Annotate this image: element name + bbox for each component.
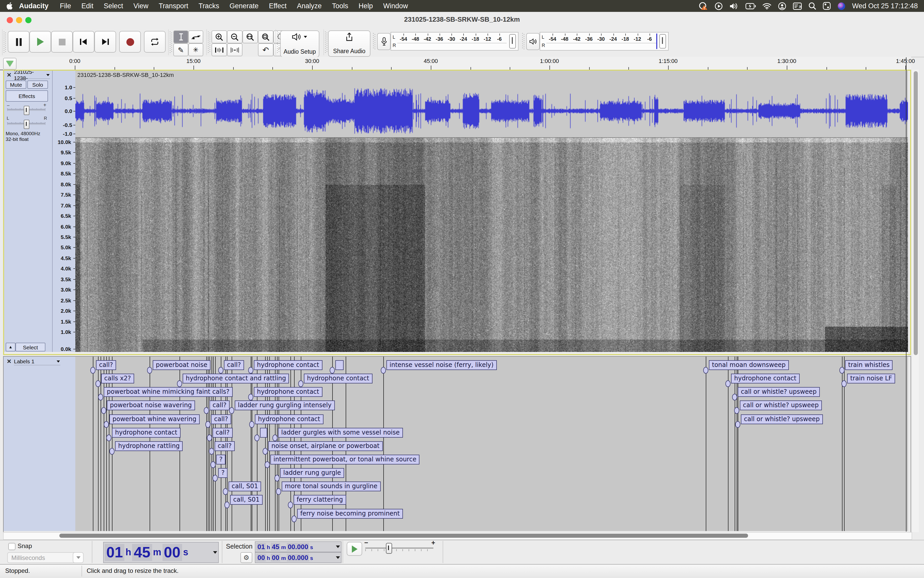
toolbar-grip[interactable] [208, 31, 211, 53]
pause-button[interactable] [8, 31, 29, 53]
label-box[interactable]: powerboat whine wavering [109, 414, 199, 424]
label-handle[interactable] [274, 475, 280, 482]
label-box[interactable]: call? [212, 428, 233, 438]
label-handle[interactable] [218, 367, 224, 373]
label-handle[interactable] [106, 435, 112, 441]
label-handle[interactable] [211, 461, 216, 468]
label-handle[interactable] [248, 394, 253, 401]
label-track-close-button[interactable]: ✕ [7, 358, 11, 365]
toolbar-grip[interactable] [3, 31, 6, 53]
window-switcher-icon[interactable]: ⌘ [793, 2, 801, 10]
label-box[interactable]: hydrophone contact and rattling [183, 373, 289, 383]
label-box[interactable]: ? [216, 455, 226, 464]
label-box[interactable] [336, 360, 344, 370]
label-box[interactable] [260, 428, 267, 438]
vertical-scrollbar-thumb[interactable] [913, 71, 918, 355]
meter-range-handle[interactable] [659, 34, 666, 49]
control-center-icon[interactable] [823, 2, 830, 10]
wifi-icon[interactable] [762, 3, 771, 9]
menu-item-tracks[interactable]: Tracks [193, 0, 224, 12]
trim-outside-selection-button[interactable] [212, 43, 227, 56]
menu-item-window[interactable]: Window [378, 0, 413, 12]
chevron-down-icon[interactable] [336, 556, 340, 559]
label-handle[interactable] [381, 367, 386, 373]
label-handle[interactable] [205, 421, 211, 428]
menu-item-view[interactable]: View [128, 0, 154, 12]
speed-slider-thumb[interactable] [386, 543, 392, 554]
zoom-selection-button[interactable] [243, 31, 258, 43]
time-format-dropdown-button[interactable] [73, 552, 84, 563]
label-box[interactable]: hydrophone contact [304, 373, 372, 383]
toolbar-grip[interactable] [522, 33, 525, 50]
skip-to-end-button[interactable] [94, 31, 116, 53]
toolbar-grip[interactable] [277, 31, 280, 53]
label-box[interactable]: noise onset, airplane or powerboat [268, 441, 383, 451]
label-handle[interactable] [298, 380, 303, 387]
menu-item-transport[interactable]: Transport [154, 0, 193, 12]
meter-range-handle[interactable] [509, 34, 516, 49]
label-handle[interactable] [177, 380, 182, 387]
selection-end-field[interactable]: 00h00m00.000s [255, 552, 342, 563]
label-box[interactable]: powerboat noise [153, 360, 211, 370]
label-box[interactable]: call or whistle? upsweep [738, 387, 820, 397]
volume-icon[interactable] [729, 2, 739, 10]
time-digit-group[interactable]: 01 [256, 543, 266, 550]
playback-meter[interactable]: LR-54-48-42-36-30-24-18-12-6 [522, 32, 669, 50]
label-box[interactable]: calls x2? [101, 373, 134, 383]
chevron-down-icon[interactable] [213, 551, 217, 554]
label-box[interactable]: hydrophone contact [112, 428, 180, 438]
label-box[interactable]: intense vessel noise (ferry, likely) [386, 360, 496, 370]
menu-item-select[interactable]: Select [99, 0, 128, 12]
timeline-options-button[interactable] [3, 58, 16, 70]
menu-item-edit[interactable]: Edit [76, 0, 99, 12]
apple-menu-icon[interactable] [0, 2, 18, 10]
play-status-icon[interactable] [714, 2, 723, 10]
audio-position-display[interactable]: 01h45m00s [103, 542, 219, 563]
selection-tool-button[interactable] [173, 31, 188, 43]
label-box[interactable]: ? [218, 468, 228, 478]
label-box[interactable]: ferry noise becoming prominent [297, 509, 403, 519]
label-stem[interactable] [706, 357, 706, 531]
snap-checkbox[interactable] [8, 543, 16, 550]
label-box[interactable]: call, S01 [230, 495, 263, 505]
label-handle[interactable] [212, 475, 218, 482]
label-handle[interactable] [263, 448, 268, 455]
draw-tool-button[interactable]: ✎ [173, 43, 188, 56]
user-account-icon[interactable] [778, 2, 786, 10]
audio-setup-button[interactable]: Audio Setup [280, 31, 319, 57]
label-handle[interactable] [207, 435, 212, 441]
label-box[interactable]: powerboat whine mimicking faint calls? [104, 387, 232, 397]
toolbar-grip[interactable] [170, 31, 172, 53]
multi-tool-button[interactable]: ✳ [188, 43, 203, 56]
label-handle[interactable] [209, 448, 214, 455]
label-box[interactable]: ladder gurgles with some vessel noise [278, 428, 403, 438]
label-box[interactable]: tonal moan downsweep [709, 360, 789, 370]
label-handle[interactable] [109, 448, 115, 455]
label-handle[interactable] [276, 488, 281, 495]
label-handle[interactable] [224, 502, 230, 508]
time-digit-group[interactable]: 00.000 [287, 554, 309, 562]
label-handle[interactable] [101, 407, 106, 414]
toolbar-grip[interactable] [373, 33, 376, 50]
label-handle[interactable] [248, 367, 253, 373]
label-box[interactable]: hydrophone contact [255, 414, 323, 424]
label-handle[interactable] [249, 421, 255, 428]
label-box[interactable]: call? [215, 441, 235, 451]
label-handle[interactable] [840, 367, 845, 373]
label-box[interactable]: train noise LF [847, 373, 895, 383]
label-box[interactable]: powerboat noise wavering [107, 401, 195, 410]
play-at-speed-button[interactable] [347, 542, 362, 556]
label-stem[interactable] [93, 357, 93, 531]
time-digit-group[interactable]: 45 [132, 544, 152, 561]
speed-slider[interactable] [365, 547, 433, 549]
menu-item-help[interactable]: Help [353, 0, 378, 12]
time-digit-group[interactable]: 00 [256, 554, 266, 562]
record-button[interactable] [119, 31, 141, 53]
label-handle[interactable] [725, 380, 731, 387]
time-digit-group[interactable]: 45 [271, 543, 280, 550]
label-box[interactable]: hydrophone contact [254, 387, 322, 397]
selection-start-field[interactable]: 01h45m00.000s [255, 541, 342, 552]
label-handle[interactable] [288, 502, 293, 508]
label-handle[interactable] [735, 421, 740, 428]
timeline-ruler[interactable] [0, 57, 911, 70]
